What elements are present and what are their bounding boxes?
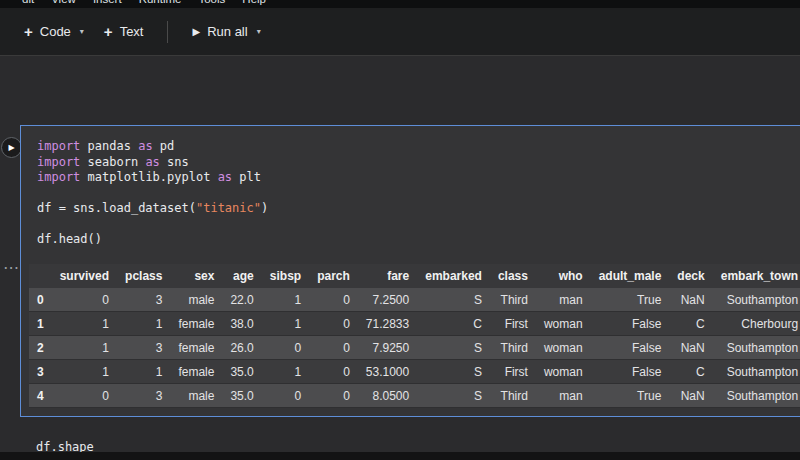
code-line: import matplotlib.pyplot as plt	[37, 170, 800, 186]
df-cell: 35.0	[222, 384, 261, 408]
df-cell: 38.0	[222, 312, 261, 336]
df-cell: 53.1000	[358, 360, 417, 384]
output-options-icon[interactable]: ⋯	[3, 258, 20, 277]
df-cell: True	[591, 288, 670, 312]
df-cell: 0	[262, 336, 309, 360]
code-line: import pandas as pd	[37, 139, 800, 155]
df-cell: 3	[117, 288, 170, 312]
plus-icon: +	[24, 24, 33, 39]
menu-item[interactable]: Runtime	[139, 0, 182, 5]
df-cell: 71.2833	[358, 312, 417, 336]
df-cell: S	[417, 384, 490, 408]
df-column-header: sex	[170, 264, 222, 288]
df-cell: Third	[490, 288, 536, 312]
menu-item[interactable]: Insert	[93, 0, 122, 5]
df-column-header: parch	[309, 264, 358, 288]
df-cell: NaN	[669, 288, 712, 312]
df-column-header: embarked	[417, 264, 490, 288]
df-cell: male	[170, 384, 222, 408]
df-cell: 35.0	[222, 360, 261, 384]
df-cell: Southampton	[713, 336, 800, 360]
df-header-row: survivedpclasssexagesibspparchfareembark…	[29, 264, 800, 288]
df-cell: C	[669, 360, 712, 384]
df-cell: female	[170, 312, 222, 336]
df-index-header	[29, 264, 52, 288]
play-icon: ▶	[8, 143, 14, 152]
df-cell: female	[170, 360, 222, 384]
df-cell: female	[170, 336, 222, 360]
df-cell: Southampton	[713, 288, 800, 312]
df-cell: 3	[117, 384, 170, 408]
df-cell: Cherbourg	[713, 312, 800, 336]
plus-icon: +	[104, 24, 113, 39]
df-cell: 1	[117, 312, 170, 336]
table-row: 003male22.0107.2500SThirdmanTrueNaNSouth…	[29, 288, 800, 312]
menu-item[interactable]: View	[51, 0, 76, 5]
df-index-cell: 4	[29, 384, 52, 408]
df-cell: False	[591, 312, 670, 336]
df-column-header: age	[222, 264, 261, 288]
menu-item[interactable]: Help	[242, 0, 266, 5]
next-cell-edge	[0, 452, 800, 460]
df-cell: Southampton	[713, 360, 800, 384]
df-cell: S	[417, 360, 490, 384]
dataframe-table: survivedpclasssexagesibspparchfareembark…	[29, 264, 800, 408]
df-column-header: deck	[669, 264, 712, 288]
table-row: 213female26.0007.9250SThirdwomanFalseNaN…	[29, 336, 800, 360]
notebook-content: ▶ import pandas as pdimport seaborn as s…	[0, 57, 800, 460]
run-cell-button[interactable]: ▶	[1, 137, 22, 158]
df-cell: 1	[262, 360, 309, 384]
menu-items: ditViewInsertRuntimeToolsHelp	[0, 0, 800, 5]
df-cell: Southampton	[713, 384, 800, 408]
df-column-header: pclass	[117, 264, 170, 288]
df-cell: False	[591, 360, 670, 384]
run-all-label: Run all	[207, 24, 247, 39]
df-cell: 26.0	[222, 336, 261, 360]
df-cell: 1	[262, 288, 309, 312]
menu-item[interactable]: Tools	[198, 0, 225, 5]
df-cell: man	[536, 384, 591, 408]
df-cell: 1	[52, 312, 117, 336]
df-cell: True	[591, 384, 670, 408]
df-index-cell: 2	[29, 336, 52, 360]
df-index-cell: 1	[29, 312, 52, 336]
df-cell: 8.0500	[358, 384, 417, 408]
df-cell: 1	[262, 312, 309, 336]
code-cell-focused: import pandas as pdimport seaborn as sns…	[20, 125, 800, 417]
df-cell: NaN	[669, 336, 712, 360]
df-cell: C	[669, 312, 712, 336]
df-cell: 0	[262, 384, 309, 408]
play-icon: ▶	[192, 26, 200, 37]
df-cell: 3	[117, 336, 170, 360]
df-index-cell: 3	[29, 360, 52, 384]
code-editor[interactable]: import pandas as pdimport seaborn as sns…	[21, 126, 800, 248]
df-body: 003male22.0107.2500SThirdmanTrueNaNSouth…	[29, 288, 800, 408]
df-cell: C	[417, 312, 490, 336]
df-index-cell: 0	[29, 288, 52, 312]
df-cell: male	[170, 288, 222, 312]
df-cell: 0	[309, 288, 358, 312]
code-line	[37, 217, 800, 233]
chevron-down-icon: ▾	[257, 27, 261, 36]
df-cell: 1	[52, 360, 117, 384]
df-column-header: sibsp	[262, 264, 309, 288]
toolbar-divider	[167, 21, 168, 43]
add-text-button[interactable]: + Text	[94, 19, 154, 44]
chevron-down-icon: ▾	[80, 27, 84, 36]
menu-bar: ditViewInsertRuntimeToolsHelp	[0, 0, 800, 8]
df-cell: woman	[536, 336, 591, 360]
add-code-button[interactable]: + Code ▾	[14, 19, 94, 44]
code-line	[37, 186, 800, 202]
df-cell: NaN	[669, 384, 712, 408]
df-cell: 1	[117, 360, 170, 384]
df-cell: Third	[490, 384, 536, 408]
df-cell: 0	[52, 384, 117, 408]
run-all-button[interactable]: ▶ Run all ▾	[182, 19, 270, 44]
df-cell: S	[417, 336, 490, 360]
df-cell: First	[490, 312, 536, 336]
menu-item[interactable]: dit	[22, 0, 34, 5]
df-cell: 1	[52, 336, 117, 360]
df-cell: man	[536, 288, 591, 312]
df-cell: False	[591, 336, 670, 360]
df-cell: 0	[309, 360, 358, 384]
